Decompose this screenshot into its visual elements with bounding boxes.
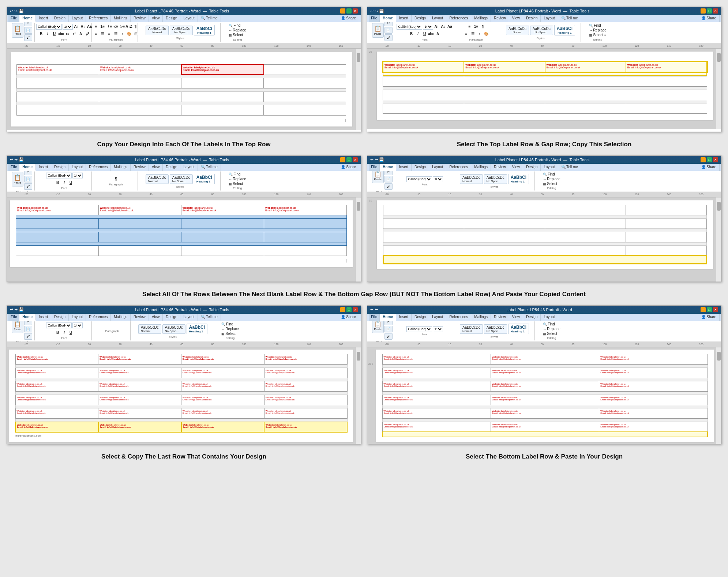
redo-icon-tr[interactable]: ↪ xyxy=(375,9,378,14)
bold-btn-ml[interactable]: B xyxy=(55,180,61,186)
redo-icon[interactable]: ↪ xyxy=(14,9,18,14)
select-btn-bl[interactable]: ▦Select xyxy=(221,332,239,336)
tab-design-mr[interactable]: Design xyxy=(412,164,429,171)
font-selector-bl[interactable]: Calibri (Body) xyxy=(46,323,72,328)
italic-btn-ml[interactable]: I xyxy=(61,180,67,186)
select-btn-tr[interactable]: ▦ Select = xyxy=(589,33,607,37)
find-btn-tr[interactable]: 🔍 Find xyxy=(589,23,607,27)
save-icon-ml[interactable]: 💾 xyxy=(19,157,24,162)
tab-tellme-tr[interactable]: 🔍 Tell me xyxy=(558,15,581,22)
tab-layout-tr[interactable]: Layout xyxy=(429,15,446,22)
borders-btn[interactable]: ⊞ xyxy=(133,31,139,37)
italic-btn-bl[interactable]: I xyxy=(61,330,67,336)
underline-btn-tr[interactable]: U xyxy=(422,31,428,37)
tab-references-ml[interactable]: References xyxy=(86,164,111,171)
style-normal-ml[interactable]: AaBbCcDc Normal xyxy=(146,174,169,184)
font-selector-tr[interactable]: Calibri (Body) xyxy=(397,24,422,30)
tab-references-br[interactable]: References xyxy=(446,314,471,321)
minimize-btn[interactable]: − xyxy=(340,8,345,14)
tab-view-mr[interactable]: View xyxy=(509,164,524,171)
tab-mailings-mr[interactable]: Mailings xyxy=(471,164,491,171)
style-normal[interactable]: AaBbCcDc Normal xyxy=(146,26,169,35)
increase-indent-btn[interactable]: ▷≡ xyxy=(120,24,125,30)
tab-layout-br[interactable]: Layout xyxy=(429,314,446,321)
minimize-btn-ml[interactable]: − xyxy=(340,157,345,162)
paste-button-ml[interactable]: 📋 Paste xyxy=(12,172,23,186)
tab-home-ml[interactable]: Home xyxy=(19,164,36,171)
tab-mailings-tr[interactable]: Mailings xyxy=(471,15,491,22)
paste-button[interactable]: 📋 Paste xyxy=(12,23,23,38)
minimize-btn-tr[interactable]: − xyxy=(701,8,706,14)
tab-layout2-ml[interactable]: Layout xyxy=(180,164,198,171)
scroll-thumb-tl[interactable] xyxy=(357,53,360,62)
tab-insert-br[interactable]: Insert xyxy=(396,314,412,321)
close-btn-br[interactable]: ✕ xyxy=(713,307,718,312)
replace-btn-br[interactable]: ↔Replace xyxy=(543,327,560,331)
font-selector-ml[interactable]: Calibri (Body) xyxy=(46,173,72,178)
tab-insert[interactable]: Insert xyxy=(36,15,51,22)
minimize-btn-bl[interactable]: − xyxy=(340,307,345,312)
tab-share-bl[interactable]: 👤 Share xyxy=(338,314,359,321)
minimize-btn-mr[interactable]: − xyxy=(701,157,706,162)
tab-review[interactable]: Review xyxy=(131,15,149,22)
tab-design-tr[interactable]: Design xyxy=(412,15,429,22)
style-heading1-ml[interactable]: AaBbCi Heading 1 xyxy=(194,174,215,184)
cut-btn-ml[interactable]: ✂ xyxy=(24,171,32,175)
align-right-btn[interactable]: ≡ xyxy=(106,31,112,37)
tab-review-br[interactable]: Review xyxy=(491,314,509,321)
tab-file-br[interactable]: File xyxy=(369,314,380,321)
style-normal-bl[interactable]: AaBbCcDc Normal xyxy=(138,324,161,334)
shading-btn[interactable]: 🎨 xyxy=(126,31,132,37)
tab-references-mr[interactable]: References xyxy=(446,164,471,171)
format-painter-br[interactable]: 🖌 xyxy=(384,333,393,340)
tab-tellme-bl[interactable]: 🔍 Tell me xyxy=(198,314,221,321)
find-btn[interactable]: 🔍 Find xyxy=(229,23,246,27)
tab-home-mr[interactable]: Home xyxy=(380,164,396,171)
tab-share-ml[interactable]: 👤 Share xyxy=(338,164,359,171)
scroll-thumb-br[interactable] xyxy=(717,352,721,361)
shrink-font-btn-tr[interactable]: A↓ xyxy=(440,24,446,30)
bold-btn[interactable]: B xyxy=(38,31,44,37)
find-btn-ml[interactable]: 🔍Find xyxy=(229,172,246,176)
subscript-btn[interactable]: x₂ xyxy=(65,31,71,37)
tab-home[interactable]: Home xyxy=(19,15,36,22)
superscript-btn[interactable]: x² xyxy=(71,31,77,37)
style-nospacing-br[interactable]: AaBbCcDc No Spac... xyxy=(484,324,507,334)
maximize-btn-tr[interactable]: □ xyxy=(707,8,712,14)
strikethrough-btn[interactable]: abc xyxy=(58,31,64,37)
save-icon-tr[interactable]: 💾 xyxy=(379,9,384,14)
align-center-btn[interactable]: ☰ xyxy=(100,31,106,37)
undo-icon-bl[interactable]: ↩ xyxy=(10,307,13,312)
redo-icon-mr[interactable]: ↪ xyxy=(375,157,378,162)
tab-review-mr[interactable]: Review xyxy=(491,164,509,171)
style-heading1-bl[interactable]: AaBbCi Heading 1 xyxy=(187,324,207,334)
cut-btn-br[interactable]: ✂ xyxy=(384,321,393,325)
tab-layout-bl[interactable]: Layout xyxy=(69,314,86,321)
redo-icon-bl[interactable]: ↪ xyxy=(14,307,18,312)
tab-review-tr[interactable]: Review xyxy=(491,15,509,22)
grow-font-btn-tr[interactable]: A↑ xyxy=(434,24,440,30)
format-painter-mr2[interactable]: 🖌 xyxy=(384,183,393,190)
maximize-btn[interactable]: □ xyxy=(346,8,352,14)
tab-design-bl[interactable]: Design xyxy=(51,314,69,321)
bullet-list-btn-tr[interactable]: ≡ xyxy=(467,24,473,30)
style-heading1-br[interactable]: AaBbCi Heading 1 xyxy=(508,324,529,334)
style-heading1-tr[interactable]: AaBbCi Heading 1 xyxy=(554,25,575,35)
vertical-scrollbar-mr[interactable] xyxy=(716,197,721,282)
font-selector[interactable]: Calibri (Body) xyxy=(36,24,62,30)
tab-references-tr[interactable]: References xyxy=(446,15,471,22)
close-btn-bl[interactable]: ✕ xyxy=(353,307,358,312)
numbered-list-btn-tr[interactable]: 1≡ xyxy=(473,24,479,30)
tab-layout2-br[interactable]: Layout xyxy=(541,314,558,321)
cut-btn-mr2[interactable]: ✂ xyxy=(384,171,393,175)
style-heading1[interactable]: AaBbCi Heading 1 xyxy=(194,25,215,35)
close-btn-mr[interactable]: ✕ xyxy=(713,157,718,162)
replace-btn[interactable]: ↔ Replace xyxy=(229,28,246,32)
tab-file-tr[interactable]: File xyxy=(369,15,380,22)
scroll-thumb-tr[interactable] xyxy=(717,53,721,62)
select-btn-ml[interactable]: ▦Select xyxy=(229,182,246,186)
format-painter-bl[interactable]: 🖌 xyxy=(24,333,32,340)
copy-button[interactable]: 📄 xyxy=(24,27,32,34)
tab-file-ml[interactable]: File xyxy=(8,164,19,171)
sort-btn[interactable]: A↕Z xyxy=(126,24,132,30)
